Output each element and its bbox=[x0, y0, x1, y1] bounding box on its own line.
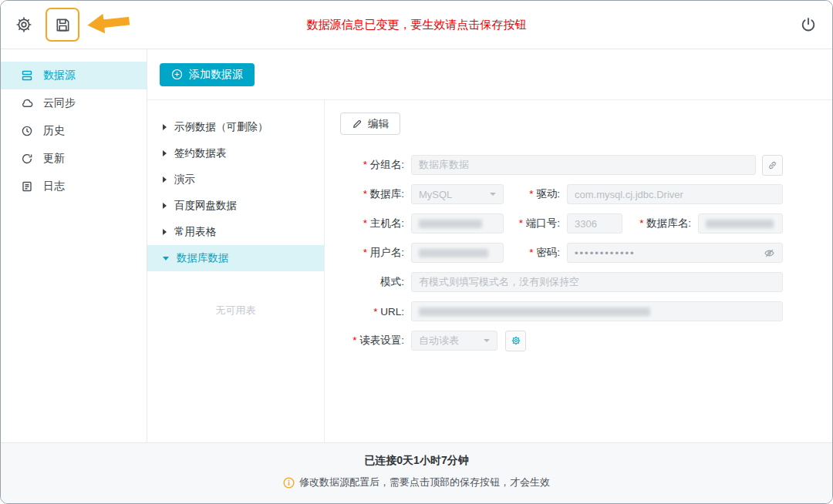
tree-item-label: 签约数据表 bbox=[174, 146, 227, 160]
group-name-label: 分组名: bbox=[340, 158, 411, 172]
mode-label: 模式: bbox=[340, 275, 411, 289]
info-icon bbox=[283, 477, 295, 489]
app-window: 数据源信息已变更，要生效请点击保存按钮 数据源 bbox=[0, 0, 833, 504]
datasource-icon bbox=[21, 69, 33, 82]
port-label: 端口号: bbox=[504, 217, 567, 230]
driver-input[interactable]: com.mysql.cj.jdbc.Driver bbox=[567, 184, 783, 204]
sidebar-item-label: 日志 bbox=[43, 180, 65, 193]
password-dots: •••••••••••• bbox=[575, 247, 636, 259]
sidebar-item-label: 数据源 bbox=[43, 69, 76, 82]
add-datasource-button[interactable]: 添加数据源 bbox=[160, 63, 255, 86]
edit-button-label: 编辑 bbox=[368, 117, 389, 131]
link-icon-button[interactable] bbox=[762, 155, 783, 176]
password-label: 密码: bbox=[504, 246, 567, 260]
read-setting-gear-button[interactable] bbox=[505, 331, 526, 351]
chevron-down-icon bbox=[163, 257, 169, 260]
read-setting-label: 读表设置: bbox=[340, 334, 411, 348]
log-document-icon bbox=[21, 180, 33, 193]
read-setting-select[interactable]: 自动读表 bbox=[411, 331, 497, 351]
tree-item-common-tables[interactable]: 常用表格 bbox=[147, 219, 324, 245]
dbname-input[interactable] bbox=[698, 213, 783, 234]
tree-item-demo[interactable]: 演示 bbox=[147, 166, 324, 193]
plus-circle-icon bbox=[171, 69, 183, 80]
save-button-highlight bbox=[46, 8, 79, 42]
topbar: 数据源信息已变更，要生效请点击保存按钮 bbox=[1, 1, 832, 49]
sidebar-item-cloud-sync[interactable]: 云同步 bbox=[1, 89, 147, 117]
group-name-input[interactable]: 数据库数据 bbox=[411, 155, 756, 175]
form-row-host-port-dbname: 主机名: 端口号: 3306 数据库名: bbox=[340, 213, 783, 234]
database-select-value: MySQL bbox=[419, 189, 452, 200]
username-label: 用户名: bbox=[340, 246, 411, 260]
tree-item-label: 数据库数据 bbox=[177, 251, 229, 265]
main-area: 添加数据源 示例数据（可删除） 签约数据表 演示 bbox=[147, 49, 832, 442]
chevron-right-icon bbox=[163, 150, 167, 156]
database-label: 数据库: bbox=[340, 187, 411, 201]
tree-item-label: 常用表格 bbox=[174, 225, 216, 239]
history-clock-icon bbox=[21, 125, 33, 137]
driver-label: 驱动: bbox=[504, 187, 567, 201]
host-input[interactable] bbox=[411, 213, 504, 234]
sidebar-item-update[interactable]: 更新 bbox=[1, 145, 147, 173]
sidebar-item-history[interactable]: 历史 bbox=[1, 117, 147, 145]
chevron-right-icon bbox=[163, 203, 167, 209]
connection-status: 已连接0天1小时7分钟 bbox=[1, 454, 832, 468]
redacted-dbname-value bbox=[706, 220, 774, 228]
tree-item-label: 百度网盘数据 bbox=[174, 199, 237, 213]
mode-input[interactable]: 有模式则填写模式名，没有则保持空 bbox=[411, 272, 783, 292]
cloud-sync-icon bbox=[21, 97, 33, 109]
mode-placeholder: 有模式则填写模式名，没有则保持空 bbox=[419, 275, 579, 289]
tree-item-baidu-netdisk[interactable]: 百度网盘数据 bbox=[147, 193, 324, 219]
username-input[interactable] bbox=[411, 243, 504, 263]
sidebar-item-datasource[interactable]: 数据源 bbox=[1, 62, 147, 89]
tree-item-sample-data[interactable]: 示例数据（可删除） bbox=[147, 114, 324, 140]
status-footer: 已连接0天1小时7分钟 修改数据源配置后，需要点击顶部的保存按钮，才会生效 bbox=[1, 442, 832, 503]
chevron-down-icon bbox=[490, 193, 496, 196]
sidebar-item-label: 云同步 bbox=[43, 96, 76, 110]
chevron-right-icon bbox=[163, 229, 167, 235]
url-label: URL: bbox=[340, 306, 411, 318]
url-input[interactable] bbox=[411, 301, 783, 321]
unsaved-changes-warning: 数据源信息已变更，要生效请点击保存按钮 bbox=[307, 18, 527, 32]
port-input[interactable]: 3306 bbox=[567, 213, 622, 234]
tree-item-database-data[interactable]: 数据库数据 bbox=[147, 245, 324, 271]
edit-button[interactable]: 编辑 bbox=[340, 113, 400, 135]
footer-hint: 修改数据源配置后，需要点击顶部的保存按钮，才会生效 bbox=[1, 475, 832, 489]
dbname-label: 数据库名: bbox=[622, 217, 698, 230]
form-row-mode: 模式: 有模式则填写模式名，没有则保持空 bbox=[340, 272, 783, 292]
chevron-down-icon bbox=[484, 339, 490, 342]
sidebar-item-log[interactable]: 日志 bbox=[1, 173, 147, 200]
datasource-form: 编辑 分组名: 数据库数据 bbox=[325, 100, 832, 442]
tree-item-label: 演示 bbox=[174, 173, 195, 186]
tree-item-contract-tables[interactable]: 签约数据表 bbox=[147, 140, 324, 166]
chevron-right-icon bbox=[163, 124, 167, 130]
chevron-right-icon bbox=[163, 176, 167, 183]
form-row-group: 分组名: 数据库数据 bbox=[340, 155, 783, 175]
annotation-arrow-icon bbox=[83, 8, 133, 42]
save-icon[interactable] bbox=[54, 16, 72, 34]
form-row-url: URL: bbox=[340, 301, 783, 321]
group-name-value: 数据库数据 bbox=[419, 158, 469, 172]
footer-hint-text: 修改数据源配置后，需要点击顶部的保存按钮，才会生效 bbox=[299, 475, 550, 489]
redacted-username-value bbox=[419, 249, 488, 257]
tree-empty-text: 无可用表 bbox=[147, 304, 324, 318]
power-icon[interactable] bbox=[800, 16, 817, 33]
read-setting-value: 自动读表 bbox=[419, 334, 459, 348]
content-region: 示例数据（可删除） 签约数据表 演示 百度网盘数据 常用表格 bbox=[147, 99, 832, 442]
eye-off-icon[interactable] bbox=[764, 247, 775, 259]
update-refresh-icon bbox=[21, 153, 33, 165]
form-rows: 分组名: 数据库数据 bbox=[340, 155, 783, 351]
password-input[interactable]: •••••••••••• bbox=[567, 243, 783, 263]
pencil-icon bbox=[352, 119, 363, 129]
port-value: 3306 bbox=[575, 218, 597, 230]
redacted-url-value bbox=[419, 307, 650, 316]
form-row-user-password: 用户名: 密码: •••••••••••• bbox=[340, 243, 783, 263]
main-toolbar: 添加数据源 bbox=[147, 49, 832, 99]
settings-gear-icon[interactable] bbox=[15, 15, 33, 34]
sidebar: 数据源 云同步 历史 bbox=[1, 49, 147, 442]
driver-value: com.mysql.cj.jdbc.Driver bbox=[575, 189, 683, 200]
host-label: 主机名: bbox=[340, 217, 411, 230]
sidebar-item-label: 更新 bbox=[43, 152, 65, 166]
datasource-tree: 示例数据（可删除） 签约数据表 演示 百度网盘数据 常用表格 bbox=[147, 100, 325, 442]
tree-item-label: 示例数据（可删除） bbox=[174, 120, 268, 134]
database-select[interactable]: MySQL bbox=[411, 184, 504, 204]
